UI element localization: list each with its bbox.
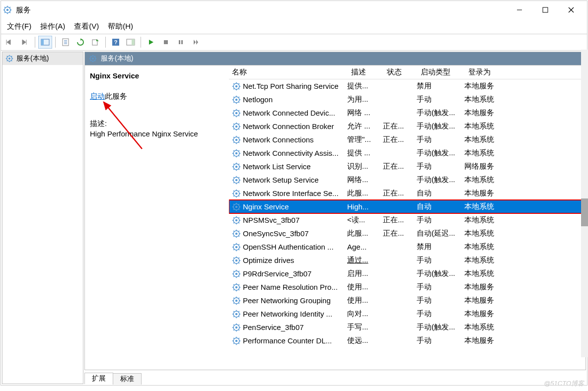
selected-service-name: Nginx Service bbox=[90, 71, 224, 80]
service-row[interactable]: Network Connected Devic...网络 ...手动(触发...… bbox=[229, 106, 586, 120]
svc-desc: <读... bbox=[347, 214, 383, 226]
refresh-button[interactable] bbox=[74, 36, 87, 49]
gear-icon bbox=[232, 336, 241, 345]
service-row[interactable]: Performance Counter DL...使远...手动本地服务 bbox=[229, 334, 586, 347]
svc-start: 手动 bbox=[417, 308, 464, 320]
svc-status bbox=[383, 152, 417, 154]
svc-start: 禁用 bbox=[417, 80, 464, 92]
col-name[interactable]: 名称 bbox=[229, 65, 348, 79]
action-pane-button[interactable] bbox=[124, 36, 138, 49]
svc-status bbox=[383, 260, 417, 261]
svc-logon: 本地系统 bbox=[464, 228, 514, 239]
service-row[interactable]: PenService_3fb07手写...手动(触发...本地系统 bbox=[229, 321, 586, 334]
menu-help[interactable]: 帮助(H) bbox=[108, 22, 133, 31]
svc-logon: 本地服务 bbox=[464, 107, 514, 119]
svc-start: 手动 bbox=[417, 281, 464, 293]
svc-desc: 为用... bbox=[347, 94, 383, 105]
service-row[interactable]: Network Connection Broker允许 ...正在...手动(触… bbox=[229, 120, 586, 133]
gear-icon bbox=[232, 229, 241, 238]
gear-icon bbox=[232, 176, 241, 185]
service-row[interactable]: OneSyncSvc_3fb07此服...正在...自动(延迟...本地系统 bbox=[229, 227, 586, 240]
svc-desc: 网络 ... bbox=[347, 107, 383, 119]
svc-logon: 本地系统 bbox=[464, 174, 514, 186]
svc-start: 手动(触发... bbox=[417, 174, 464, 186]
service-row[interactable]: Network Setup Service网络...手动(触发...本地系统 bbox=[229, 173, 586, 187]
col-status[interactable]: 状态 bbox=[384, 65, 418, 79]
start-service-button[interactable] bbox=[144, 36, 158, 49]
service-row[interactable]: P9RdrService_3fb07启用...手动(触发...本地系统 bbox=[229, 267, 586, 280]
start-service-link[interactable]: 启动 bbox=[90, 92, 105, 100]
service-row[interactable]: NPSMSvc_3fb07<读...正在...手动本地系统 bbox=[229, 213, 586, 227]
minimize-button[interactable] bbox=[510, 2, 529, 17]
help-button[interactable]: ? bbox=[109, 36, 123, 49]
svc-name: Peer Name Resolution Pro... bbox=[243, 282, 347, 292]
menu-view[interactable]: 查看(V) bbox=[74, 22, 99, 31]
service-row[interactable]: Optimize drives通过...手动本地系统 bbox=[229, 254, 586, 267]
svc-start: 手动(触发... bbox=[417, 147, 464, 159]
gear-icon bbox=[232, 323, 241, 332]
forward-button[interactable] bbox=[18, 36, 32, 49]
tab-standard[interactable]: 标准 bbox=[113, 373, 142, 385]
service-row[interactable]: OpenSSH Authentication ...Age...禁用本地系统 bbox=[229, 240, 586, 254]
service-row[interactable]: Network Connections管理"...正在...手动本地系统 bbox=[229, 133, 586, 146]
svc-desc: 启用... bbox=[347, 268, 383, 279]
menu-file[interactable]: 文件(F) bbox=[7, 22, 31, 31]
svc-logon: 本地系统 bbox=[464, 201, 514, 212]
properties-button[interactable] bbox=[59, 36, 73, 49]
gear-icon bbox=[232, 269, 241, 278]
maximize-button[interactable] bbox=[535, 2, 555, 17]
svc-status bbox=[383, 300, 417, 302]
service-row[interactable]: Network Connectivity Assis...提供 ...手动(触发… bbox=[229, 146, 586, 160]
pause-service-button[interactable] bbox=[174, 36, 188, 49]
col-desc[interactable]: 描述 bbox=[348, 65, 384, 79]
svc-desc: 使用... bbox=[347, 295, 383, 306]
restart-service-button[interactable] bbox=[189, 36, 203, 49]
svc-logon: 本地系统 bbox=[464, 322, 514, 333]
tree-item-services-local[interactable]: 服务(本地) bbox=[2, 52, 83, 65]
svc-logon: 本地服务 bbox=[464, 80, 514, 92]
svc-status bbox=[383, 206, 417, 208]
svc-status bbox=[383, 246, 417, 248]
svc-status bbox=[383, 99, 417, 101]
close-button[interactable] bbox=[561, 2, 581, 17]
svc-name: Performance Counter DL... bbox=[243, 335, 347, 346]
show-hide-tree-button[interactable] bbox=[38, 36, 52, 49]
svc-logon: 本地系统 bbox=[464, 147, 514, 159]
col-start[interactable]: 启动类型 bbox=[418, 65, 465, 79]
svc-desc: 手写... bbox=[347, 322, 383, 333]
back-button[interactable] bbox=[3, 36, 17, 49]
menu-action[interactable]: 操作(A) bbox=[40, 22, 65, 31]
export-button[interactable] bbox=[88, 36, 102, 49]
service-row[interactable]: Netlogon为用...手动本地系统 bbox=[229, 93, 586, 106]
scrollbar-thumb[interactable] bbox=[581, 198, 588, 226]
service-row[interactable]: Peer Name Resolution Pro...使用...手动本地服务 bbox=[229, 280, 586, 294]
gear-icon bbox=[232, 122, 241, 131]
service-row[interactable]: Peer Networking Identity ...向对...手动本地服务 bbox=[229, 307, 586, 321]
svc-name: P9RdrService_3fb07 bbox=[243, 268, 347, 279]
tab-extended[interactable]: 扩展 bbox=[84, 373, 113, 384]
tree-pane: 服务(本地) bbox=[2, 52, 83, 384]
svg-rect-24 bbox=[132, 39, 135, 45]
stop-service-button[interactable] bbox=[159, 36, 173, 49]
svc-desc: 向对... bbox=[347, 308, 383, 320]
svc-name: Netlogon bbox=[243, 94, 347, 105]
service-row[interactable]: Net.Tcp Port Sharing Service提供...禁用本地服务 bbox=[229, 79, 586, 93]
svc-name: Net.Tcp Port Sharing Service bbox=[243, 81, 347, 91]
menubar: 文件(F) 操作(A) 查看(V) 帮助(H) bbox=[1, 19, 587, 34]
col-logon[interactable]: 登录为 bbox=[465, 65, 515, 79]
svc-status bbox=[383, 286, 417, 288]
service-row[interactable]: Network List Service识别...正在...手动网络服务 bbox=[229, 160, 586, 173]
svc-start: 禁用 bbox=[417, 241, 464, 253]
gear-icon bbox=[232, 162, 241, 171]
svc-start: 自动(延迟... bbox=[417, 228, 464, 239]
service-row[interactable]: Nginx ServiceHigh...自动本地系统 bbox=[229, 200, 586, 213]
svc-start: 手动 bbox=[417, 134, 464, 145]
service-row[interactable]: Network Store Interface Se...此服...正在...自… bbox=[229, 187, 586, 200]
svg-rect-15 bbox=[41, 39, 44, 45]
svc-status bbox=[383, 112, 417, 114]
service-row[interactable]: Peer Networking Grouping使用...手动本地服务 bbox=[229, 294, 586, 307]
pane-header: 服务(本地) bbox=[84, 52, 586, 65]
gear-icon bbox=[232, 95, 241, 104]
gear-icon bbox=[232, 216, 241, 225]
svc-status: 正在... bbox=[383, 161, 417, 172]
